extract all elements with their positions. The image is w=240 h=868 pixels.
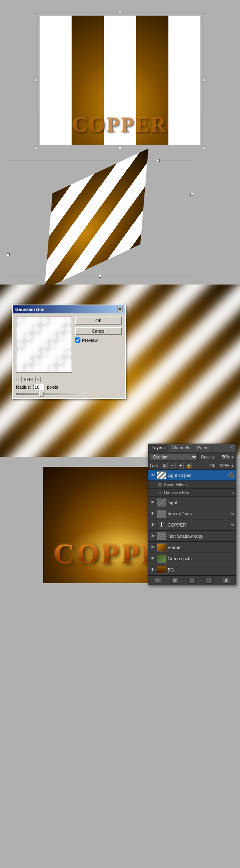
preview-checkbox[interactable]	[75, 337, 80, 343]
layer-row-light-stripes[interactable]: 👁 Light stripes	[148, 470, 236, 481]
layer-row-copper[interactable]: 👁 T COPPER fx	[148, 519, 236, 531]
dialog-titlebar: Gaussian Blur ✕	[13, 305, 125, 313]
preview-checkbox-row: Preview	[75, 337, 122, 343]
add-mask-button[interactable]: ▤	[171, 577, 178, 583]
smart-filters-row: ⛓ Smart Filters	[148, 481, 236, 489]
layer-name-light-stripes: Light stripes	[168, 473, 227, 478]
blend-opacity-row: Overlay Opacity: 50% ▶	[148, 452, 236, 462]
layer-eye-text-shadow[interactable]: 👁	[150, 533, 156, 539]
lock-all-icon[interactable]: 🔒	[186, 463, 192, 468]
transform-handle-mr[interactable]	[202, 79, 205, 82]
transform-handle-bl[interactable]	[35, 147, 38, 149]
layer-info-inner-effects: Inner effects	[168, 511, 230, 516]
layer-row-green-spots[interactable]: 👁 Green spots	[148, 553, 236, 564]
gaussian-blur-label: Gaussian Blur	[164, 491, 189, 495]
transform-handle-ml[interactable]	[35, 79, 38, 82]
layer-eye-light[interactable]: 👁	[150, 500, 156, 505]
layer-thumb-light-visual	[157, 499, 166, 506]
skew-handle-bc[interactable]	[99, 275, 102, 278]
radius-input[interactable]	[33, 384, 44, 390]
ok-button[interactable]: OK	[75, 317, 122, 325]
canvas1-inner: COPPER	[40, 16, 200, 145]
radius-slider-thumb[interactable]	[39, 392, 44, 397]
layer-row-text-shadow[interactable]: 👁 Text Shadow copy	[148, 531, 236, 542]
blend-mode-select[interactable]: Overlay	[150, 454, 198, 460]
panel-close-button[interactable]: ✕	[228, 444, 236, 452]
skew-handle-tr[interactable]	[157, 159, 160, 162]
dialog-close-button[interactable]: ✕	[117, 307, 123, 312]
lock-transparency-icon[interactable]: ▦	[162, 463, 168, 468]
transform-handle-tc[interactable]	[119, 11, 122, 14]
zoom-value: 100%	[23, 377, 34, 382]
layer-eye-inner-effects[interactable]: 👁	[150, 511, 156, 517]
zoom-out-button[interactable]: -	[16, 377, 22, 382]
skew-handle-ml[interactable]	[7, 253, 10, 256]
layer-thumb-light	[157, 499, 166, 507]
panel-footer: fx ▤ □ + 🗑	[148, 575, 236, 585]
skew-handle-mr[interactable]	[190, 193, 193, 196]
dialog-preview-area	[16, 317, 72, 373]
new-layer-button[interactable]: +	[206, 577, 213, 583]
lock-move-icon[interactable]: ✥	[178, 463, 184, 468]
layer-info-frame: Frame	[168, 545, 234, 550]
gaussian-blur-fx: ≈	[232, 491, 234, 495]
layer-eye-frame[interactable]: 👁	[150, 545, 156, 550]
cancel-button[interactable]: Cancel	[75, 327, 122, 335]
smart-filters-label: Smart Filters	[164, 482, 187, 487]
transform-handle-tr[interactable]	[202, 11, 205, 14]
layer-row-bg[interactable]: 👁 BG	[148, 564, 236, 575]
layer-info-green-spots: Green spots	[168, 556, 234, 561]
delete-layer-button[interactable]: 🗑	[223, 577, 230, 583]
layer-thumb-frame	[157, 543, 166, 551]
layer-thumb-inner-effects-visual	[157, 510, 166, 517]
tab-layers[interactable]: Layers	[148, 444, 168, 452]
layer-thumb-inner-effects	[157, 510, 166, 518]
layer-info-light: Light	[168, 500, 234, 505]
zoom-controls: - 100% +	[13, 376, 125, 382]
layer-row-inner-effects[interactable]: 👁 Inner effects fx	[148, 508, 236, 519]
section1-vertical-stripes: COPPER	[0, 0, 240, 156]
radius-row: Radius: pixels	[13, 382, 125, 392]
layer-name-light: Light	[168, 500, 234, 505]
diagonal-stripes	[44, 148, 148, 289]
layer-row-frame[interactable]: 👁 Frame	[148, 542, 236, 553]
copper-text-canvas1: COPPER	[40, 113, 200, 137]
opacity-label: Opacity:	[201, 455, 216, 459]
layer-name-inner-effects: Inner effects	[168, 511, 230, 516]
new-group-button[interactable]: □	[188, 577, 196, 583]
chain-icon: ⛓	[157, 482, 163, 488]
tab-paths[interactable]: Paths	[194, 444, 212, 452]
lock-label: Lock:	[150, 464, 160, 468]
dialog-body: OK Cancel Preview	[13, 313, 125, 376]
transform-handle-br[interactable]	[202, 147, 205, 149]
layer-thumb-t-label: T	[160, 522, 163, 528]
filter-icon: ≋	[157, 490, 163, 496]
layer-info-text-shadow: Text Shadow copy	[168, 534, 234, 539]
layer-row-light[interactable]: 👁 Light	[148, 497, 236, 508]
layer-eye-copper[interactable]: 👁	[150, 522, 156, 528]
layer-info-bg: BG	[168, 567, 234, 572]
layer-name-text-shadow: Text Shadow copy	[168, 534, 234, 539]
section3-gaussian-blur: Gaussian Blur ✕ OK Cancel Preview - 100%…	[0, 285, 240, 457]
layer-thumb-green-spots	[157, 555, 166, 563]
opacity-arrow: ▶	[232, 455, 234, 459]
transform-handle-tl[interactable]	[35, 11, 38, 14]
zoom-in-button[interactable]: +	[35, 377, 41, 382]
layer-name-copper: COPPER	[168, 523, 230, 527]
panel-tabs: Layers Channels Paths ✕	[148, 444, 236, 452]
layer-thumb-bg-visual	[157, 566, 166, 573]
radius-label: Radius:	[16, 385, 31, 390]
layer-eye-bg[interactable]: 👁	[150, 567, 156, 573]
fill-arrow: ▶	[232, 464, 234, 468]
transform-handle-bc[interactable]	[119, 147, 122, 149]
layer-info-light-stripes: Light stripes	[168, 473, 227, 478]
layer-eye-green-spots[interactable]: 👁	[150, 556, 156, 561]
radius-slider-track[interactable]	[16, 393, 88, 395]
layer-eye-light-stripes[interactable]: 👁	[150, 472, 156, 478]
tab-channels[interactable]: Channels	[168, 444, 194, 452]
lock-paint-icon[interactable]: ✏	[170, 463, 176, 468]
layer-info-copper: COPPER	[168, 523, 230, 527]
canvas1: COPPER	[36, 12, 204, 148]
add-style-button[interactable]: fx	[154, 577, 161, 583]
layer-thumb-green-spots-visual	[157, 555, 166, 562]
